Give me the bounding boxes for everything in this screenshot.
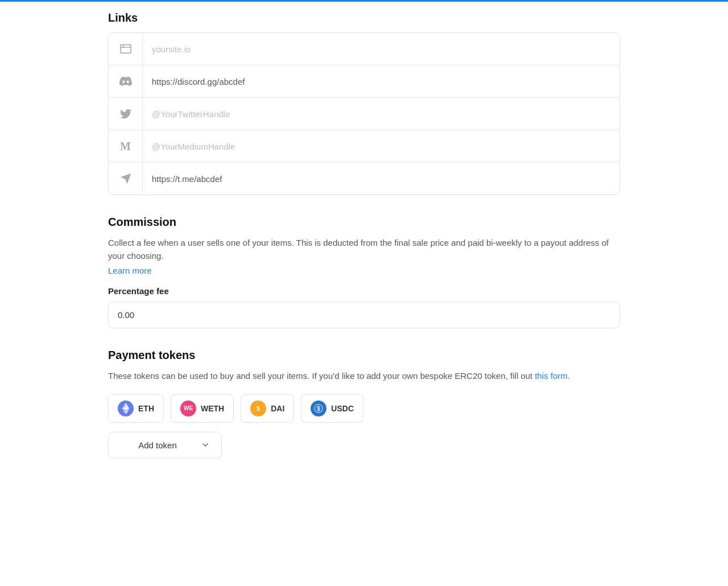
percentage-fee-input[interactable] xyxy=(108,302,620,328)
add-token-label: Add token xyxy=(120,440,195,450)
twitter-icon-cell xyxy=(109,98,143,130)
svg-rect-0 xyxy=(120,45,130,53)
percentage-fee-label: Percentage fee xyxy=(108,286,620,296)
weth-token-badge[interactable]: WE WETH xyxy=(171,394,234,423)
dai-token-badge[interactable]: $ DAI xyxy=(241,394,294,423)
discord-link-row xyxy=(109,65,619,98)
medium-icon: M xyxy=(120,140,131,153)
payment-tokens-section: Payment tokens These tokens can be used … xyxy=(108,349,620,459)
this-form-link[interactable]: this form. xyxy=(535,371,570,381)
tokens-row: ETH WE WETH $ DAI xyxy=(108,394,620,423)
discord-icon-cell xyxy=(109,65,143,97)
telegram-icon-cell xyxy=(109,163,143,195)
website-icon-cell xyxy=(109,33,143,65)
payment-tokens-title: Payment tokens xyxy=(108,349,620,362)
dai-token-label: DAI xyxy=(271,404,284,413)
links-table: M xyxy=(108,32,620,195)
telegram-icon xyxy=(119,172,132,185)
links-section-title: Links xyxy=(108,11,620,24)
usdc-token-icon: $ xyxy=(311,401,326,416)
eth-token-badge[interactable]: ETH xyxy=(108,394,164,423)
website-icon xyxy=(119,43,132,55)
links-section: Links xyxy=(108,11,620,195)
usdc-token-badge[interactable]: $ USDC xyxy=(301,394,363,423)
chevron-down-icon xyxy=(201,440,210,449)
telegram-link-row xyxy=(109,163,619,195)
twitter-link-row xyxy=(109,98,619,130)
dai-token-icon: $ xyxy=(250,401,266,416)
eth-token-icon xyxy=(118,401,134,416)
twitter-input[interactable] xyxy=(143,98,619,130)
eth-token-label: ETH xyxy=(138,404,154,413)
commission-section: Commission Collect a fee when a user sel… xyxy=(108,216,620,328)
twitter-icon xyxy=(119,108,132,120)
usdc-token-label: USDC xyxy=(331,404,354,413)
telegram-input[interactable] xyxy=(143,163,619,195)
commission-description: Collect a fee when a user sells one of y… xyxy=(108,237,620,262)
svg-text:$: $ xyxy=(257,406,260,412)
add-token-button[interactable]: Add token xyxy=(108,432,222,459)
discord-icon xyxy=(119,75,132,88)
weth-token-icon: WE xyxy=(180,401,196,416)
payment-tokens-description: These tokens can be used to buy and sell… xyxy=(108,370,620,383)
learn-more-link[interactable]: Learn more xyxy=(108,266,152,275)
payment-desc-text: These tokens can be used to buy and sell… xyxy=(108,371,535,381)
top-progress-bar xyxy=(0,0,728,2)
main-container: Links xyxy=(57,11,671,459)
medium-input[interactable] xyxy=(143,130,619,162)
weth-token-label: WETH xyxy=(201,404,224,413)
medium-link-row: M xyxy=(109,130,619,163)
svg-text:$: $ xyxy=(317,406,321,412)
website-link-row xyxy=(109,33,619,65)
commission-section-title: Commission xyxy=(108,216,620,229)
website-input[interactable] xyxy=(143,33,619,65)
medium-icon-cell: M xyxy=(109,130,143,162)
discord-input[interactable] xyxy=(143,65,619,97)
